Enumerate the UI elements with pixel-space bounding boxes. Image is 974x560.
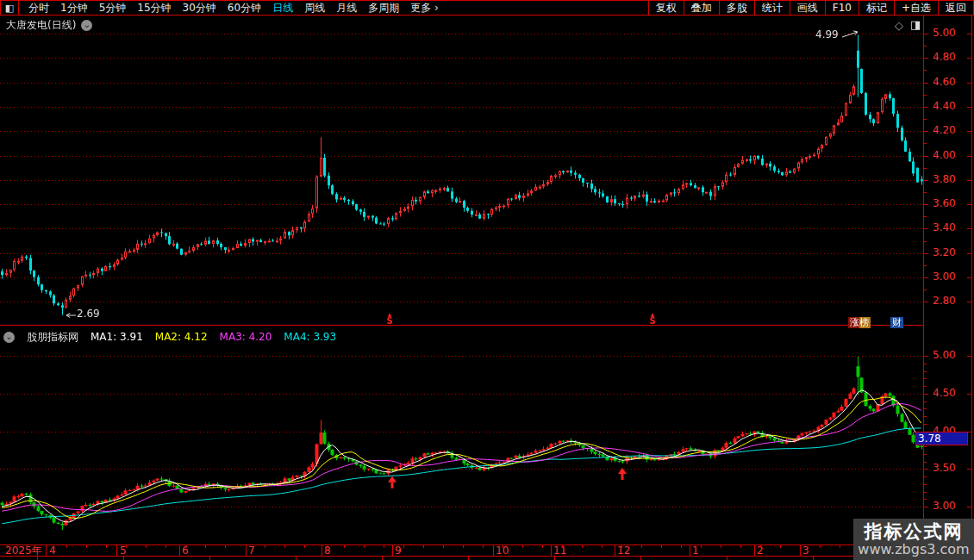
multi-stock-button[interactable]: 多股 — [719, 1, 754, 15]
axis-tick-minor — [924, 46, 927, 47]
tab-intraday[interactable]: 分时 — [28, 1, 49, 16]
axis-tick-major — [967, 83, 971, 84]
price-label: 3.40 — [933, 221, 956, 233]
price-label: 4.50 — [933, 387, 956, 399]
week-tick — [284, 545, 285, 548]
axis-tick-major — [967, 180, 971, 181]
diamond-icon[interactable]: ◇ — [895, 19, 903, 32]
month-divider — [754, 544, 755, 557]
axis-tick-major — [967, 58, 971, 59]
axis-tick-major — [924, 58, 928, 59]
restore-rights-button[interactable]: 复权 — [648, 1, 684, 15]
overlay-button[interactable]: 叠加 — [684, 1, 719, 15]
tab-30min[interactable]: 30分钟 — [183, 1, 216, 16]
rank-list-badge[interactable]: 涨榜 — [848, 317, 871, 328]
week-tick — [66, 545, 67, 548]
axis-tick-major — [924, 204, 928, 205]
axis-tick-minor — [924, 378, 927, 379]
finance-badge[interactable]: 财 — [890, 317, 903, 328]
axis-tick-major — [967, 228, 971, 229]
month-divider — [615, 544, 615, 557]
main-candlestick-canvas[interactable] — [0, 16, 923, 320]
axis-tick-major — [967, 253, 971, 254]
back-button[interactable]: 返回 — [938, 1, 974, 15]
collapse-chevron-icon[interactable]: ⌄ — [3, 332, 15, 343]
axis-tick-minor — [924, 408, 927, 409]
price-label: 3.00 — [933, 500, 956, 512]
watermark: 指标公式网 www.zbgs3.com — [853, 519, 974, 560]
trading-app-window: ◧ 分时 1分钟 5分钟 15分钟 30分钟 60分钟 日线 周线 月线 多周期… — [0, 0, 974, 560]
tab-5min[interactable]: 5分钟 — [99, 1, 127, 16]
tab-multi-period[interactable]: 多周期 — [368, 1, 399, 16]
axis-tick-major — [967, 156, 971, 157]
period-tabs: 分时 1分钟 5分钟 15分钟 30分钟 60分钟 日线 周线 月线 多周期 更… — [28, 1, 439, 15]
watermark-url: www.zbgs3.com — [858, 542, 969, 557]
week-tick — [7, 545, 8, 548]
month-divider — [690, 544, 690, 557]
price-label: 3.50 — [933, 462, 956, 474]
tab-more[interactable]: 更多 › — [410, 1, 439, 16]
cutoff-row-divider — [640, 557, 641, 560]
week-tick — [146, 545, 147, 548]
ma2-value: MA2: 4.12 — [155, 331, 208, 343]
time-axis[interactable] — [0, 544, 923, 557]
week-tick — [403, 545, 404, 548]
month-label: 2025年 — [5, 545, 42, 556]
axis-tick-major — [924, 156, 928, 157]
tab-15min[interactable]: 15分钟 — [137, 1, 171, 16]
axis-tick-major — [924, 180, 928, 181]
price-label: 2.80 — [933, 295, 956, 307]
axis-tick-major — [924, 356, 928, 357]
low-price-annotation: 2.69 — [77, 308, 100, 320]
week-tick — [86, 545, 87, 548]
axis-tick-major — [967, 394, 971, 395]
price-label: 3.00 — [933, 271, 956, 283]
add-watchlist-button[interactable]: +自选 — [894, 1, 938, 15]
chevron-down-icon[interactable]: ⌄ — [81, 20, 92, 31]
week-tick — [840, 545, 840, 548]
axis-tick-minor — [924, 241, 927, 242]
last-price-badge: 3.78 — [915, 432, 968, 445]
tab-1min[interactable]: 1分钟 — [60, 1, 88, 16]
price-label: 4.60 — [933, 76, 956, 88]
month-divider — [392, 544, 393, 557]
tab-60min[interactable]: 60分钟 — [228, 1, 261, 16]
week-tick — [760, 545, 761, 548]
statistics-button[interactable]: 统计 — [754, 1, 790, 15]
layout-toggle-button[interactable]: ◧ — [0, 1, 19, 15]
tab-monthly[interactable]: 月线 — [336, 1, 357, 16]
mark-button[interactable]: 标记 — [858, 1, 894, 15]
month-label: 7 — [248, 545, 255, 556]
week-tick — [483, 545, 484, 548]
cutoff-row-divider — [468, 557, 469, 560]
month-label: 11 — [553, 545, 566, 556]
week-tick — [463, 545, 464, 548]
cutoff-row-divider — [37, 557, 38, 560]
axis-tick-minor — [924, 499, 927, 500]
cutoff-row-divider — [209, 557, 210, 560]
month-label: 8 — [324, 545, 331, 556]
indicator-candlestick-canvas[interactable] — [0, 343, 923, 544]
cutoff-row-divider — [123, 557, 124, 560]
tab-daily[interactable]: 日线 — [272, 1, 293, 16]
week-tick — [165, 545, 166, 548]
tab-weekly[interactable]: 周线 — [304, 1, 325, 16]
month-divider — [116, 544, 117, 557]
week-tick — [721, 545, 721, 548]
axis-tick-minor — [924, 364, 927, 364]
cutoff-row-divider — [727, 557, 727, 560]
price-label: 5.00 — [933, 27, 956, 39]
draw-line-button[interactable]: 画线 — [790, 1, 825, 15]
axis-tick-minor — [924, 143, 927, 144]
month-label: 3 — [802, 545, 809, 556]
f10-button[interactable]: F10 — [825, 1, 858, 15]
axis-tick-minor — [924, 216, 927, 217]
week-tick — [185, 545, 186, 548]
axis-tick-major — [967, 469, 971, 470]
panel-split-icon[interactable]: ◨ — [910, 18, 921, 31]
split-panel-icon: ◧ — [5, 3, 14, 13]
axis-tick-minor — [924, 70, 927, 71]
month-divider — [551, 544, 552, 557]
week-tick — [740, 545, 741, 548]
axis-tick-minor — [924, 492, 927, 493]
